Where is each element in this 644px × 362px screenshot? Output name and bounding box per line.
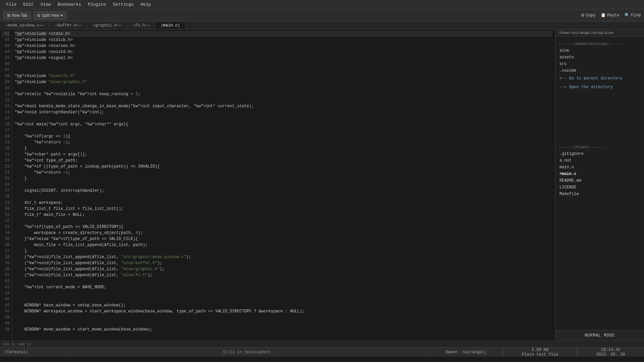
line-number: 02	[1, 37, 10, 43]
code-line: "kw">void interruptHandler("kw">int);	[15, 109, 552, 115]
menubar: File Edit View Bookmarks Plugins Setting…	[0, 0, 644, 9]
sidebar-path: /home/noirangel/prog/aloe	[555, 29, 644, 37]
statusbar: |Terminal| Still in development. Owner: …	[0, 347, 644, 357]
sidebar-file-item[interactable]: Makefile	[558, 191, 641, 197]
code-line: "kw">if(type_of_path == VALID_DIRECTORY)…	[15, 224, 552, 230]
line-number: 29	[1, 200, 10, 206]
line-number: 15	[1, 115, 10, 121]
terminal-label: |Terminal|	[0, 350, 67, 355]
menu-bookmarks[interactable]: Bookmarks	[54, 1, 85, 8]
line-number: 28	[1, 194, 10, 200]
files-title: -------|Files|-------	[558, 145, 641, 149]
time-text: 20:14:41	[601, 348, 621, 352]
line-number: 40	[1, 266, 10, 272]
line-number: 11	[1, 91, 10, 97]
sidebar-dir-item[interactable]: src	[558, 61, 641, 67]
new-tab-icon: ⊞	[7, 13, 10, 18]
line-number: 38	[1, 254, 10, 260]
paste-label: Paste	[607, 13, 619, 18]
code-line: main_file = file_list_append(&file_list,…	[15, 242, 552, 248]
line-number: 45	[1, 296, 10, 302]
line-number: 42	[1, 278, 10, 284]
toolbar: ⊞ New Tab ⧉ Split View ▾ ⧉ Copy 📋 Paste …	[0, 9, 644, 21]
menu-view[interactable]: View	[37, 1, 54, 8]
line-number: 33	[1, 224, 10, 230]
code-line: "kw">int current_mode = BASE_MODE;	[15, 284, 552, 290]
line-number: 37	[1, 248, 10, 254]
line-number: 25	[1, 176, 10, 182]
code-line	[15, 320, 552, 326]
line-number: 09	[1, 79, 10, 85]
code-line: "kw">static "kw">volatile "kw">int keep_…	[15, 91, 552, 97]
date-text: 2024. 05. 28	[596, 352, 625, 357]
sidebar-file-item[interactable]: a.out	[558, 157, 641, 164]
code-line: WINDOW* mode_window = start_mode_window(…	[15, 326, 552, 333]
line-number: 07	[1, 67, 10, 73]
sidebar-file-item[interactable]: >main.c	[558, 171, 641, 177]
menu-help[interactable]: Help	[137, 1, 154, 8]
nav-open[interactable]: --> Open the directory	[558, 83, 641, 92]
code-line: "kw">int type_of_path;	[15, 158, 552, 164]
find-button[interactable]: 🔍 Find	[625, 13, 641, 18]
nav-parent[interactable]: <-- Go to parent directory	[558, 74, 641, 83]
copy-button[interactable]: ⧉ Copy	[581, 13, 595, 18]
menu-settings[interactable]: Settings	[109, 1, 137, 8]
sidebar-dir-item[interactable]: assets	[558, 54, 641, 61]
menu-plugins[interactable]: Plugins	[85, 1, 110, 8]
split-view-button[interactable]: ⧉ Split View ▾	[34, 11, 66, 19]
code-line: }	[15, 145, 552, 152]
sidebar-file-item[interactable]: main.o	[558, 164, 641, 171]
subdirectories-title: -------|Subdirectories|-------	[558, 42, 641, 46]
find-icon: 🔍	[625, 13, 630, 18]
owner-text: Owner: noirangel|	[446, 350, 487, 355]
lncol-label: |Ln 1, Col 1|	[3, 342, 32, 346]
sidebar-file-item[interactable]: README.md	[558, 177, 641, 184]
code-line	[15, 61, 552, 67]
code-line: file_t* main_file = NULL;	[15, 212, 552, 218]
sidebar-file-item[interactable]: .gitignore	[558, 150, 641, 157]
tab-mode-window-c[interactable]: —mode_window.c——	[0, 22, 50, 28]
split-view-label: Split View	[42, 13, 59, 18]
line-number: 19	[1, 139, 10, 145]
code-line: ("kw">void)file_list_append(&file_list, …	[15, 254, 552, 260]
line-number: 32	[1, 218, 10, 224]
editor[interactable]: 0102030405060708091011121314151617181920…	[0, 29, 555, 341]
code-line	[15, 218, 552, 224]
sidebar-files: .gitignorea.outmain.o>main.cREADME.mdLIC…	[558, 150, 641, 197]
split-view-icon: ⧉	[37, 13, 40, 18]
code-line: dir_t workspace;	[15, 200, 552, 206]
paste-button[interactable]: 📋 Paste	[601, 13, 619, 18]
tab-graphic-h[interactable]: —graphic.h——	[87, 22, 127, 28]
new-tab-button[interactable]: ⊞ New Tab	[3, 11, 31, 19]
code-line: }	[15, 176, 552, 182]
line-number: 46	[1, 302, 10, 308]
sidebar-content: -------|Subdirectories|------- aloeasset…	[555, 37, 644, 330]
menu-file[interactable]: File	[3, 1, 20, 8]
sidebar: /home/noirangel/prog/aloe -------|Subdir…	[555, 29, 644, 341]
line-number: 50	[1, 326, 10, 333]
filetype-text: Plain text file	[522, 352, 558, 357]
find-label: Find	[631, 13, 641, 18]
sidebar-mode: NORMAL MODE	[555, 330, 644, 341]
tab-fs-h[interactable]: —fs.h——	[127, 22, 155, 28]
code-line: "pp">#include "aloe/fs.h"	[15, 73, 552, 79]
code-line	[15, 194, 552, 200]
line-number: 16	[1, 121, 10, 127]
menu-edit[interactable]: Edit	[20, 1, 37, 8]
sidebar-file-item[interactable]: LICENSE	[558, 184, 641, 191]
sidebar-dir-item[interactable]: .vscode	[558, 67, 641, 74]
line-number: 35	[1, 236, 10, 242]
code-line: "kw">if ((type_of_path = lookup_path(pat…	[15, 164, 552, 170]
status-owner: Owner: noirangel|	[429, 350, 503, 355]
code-line	[15, 182, 552, 188]
code-content[interactable]: "pp">#include <stdio.h>"pp">#include <st…	[12, 29, 555, 341]
sidebar-dir-item[interactable]: aloe	[558, 47, 641, 54]
tab-main-c[interactable]: |main.c|	[155, 22, 186, 28]
line-number: 24	[1, 170, 10, 176]
code-line	[15, 290, 552, 296]
line-number: 01	[1, 31, 10, 37]
code-line: ("kw">void)file_list_append(&file_list, …	[15, 260, 552, 266]
code-line: "kw">bool handle_mode_state_change_in_ba…	[15, 103, 552, 109]
copy-icon: ⧉	[581, 13, 584, 18]
tab-buffer-h[interactable]: —buffer.h——	[50, 22, 87, 28]
